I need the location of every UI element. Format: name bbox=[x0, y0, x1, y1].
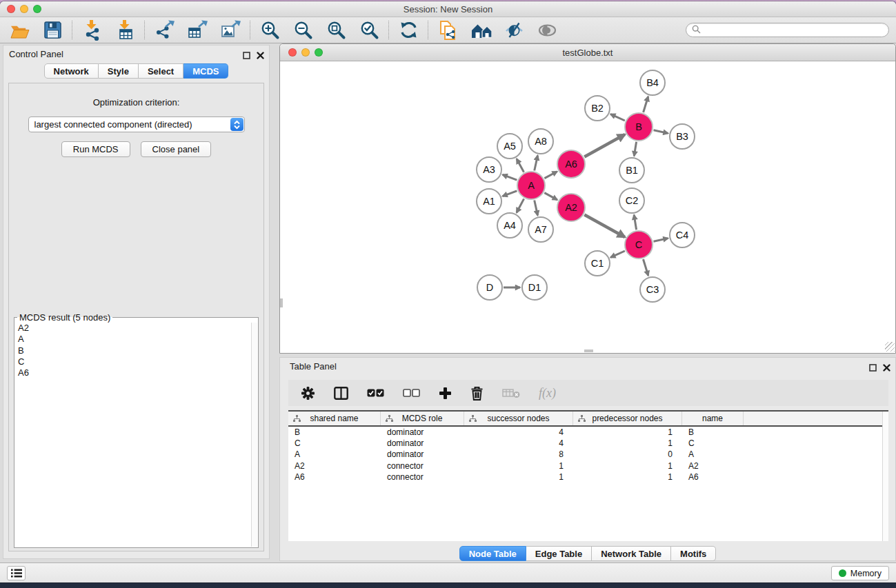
refresh-icon[interactable] bbox=[397, 19, 419, 41]
table-float-panel-icon[interactable] bbox=[869, 362, 877, 374]
cell-name[interactable]: C bbox=[682, 438, 744, 448]
column-header-name[interactable]: name bbox=[682, 412, 744, 425]
select-all-checks-icon[interactable] bbox=[367, 389, 384, 397]
float-panel-icon[interactable] bbox=[243, 50, 250, 62]
graph-node-A1[interactable]: A1 bbox=[477, 189, 501, 214]
export-network-icon[interactable] bbox=[153, 19, 175, 41]
edge-A2-C[interactable] bbox=[584, 215, 625, 237]
home-icon[interactable] bbox=[470, 19, 492, 41]
search-field[interactable] bbox=[686, 23, 889, 37]
column-header-MCDS-role[interactable]: MCDS role bbox=[381, 412, 464, 425]
tab-network-table[interactable]: Network Table bbox=[592, 546, 671, 561]
hide-panel-icon[interactable] bbox=[503, 19, 525, 41]
edge-C-C2[interactable] bbox=[634, 215, 636, 230]
mcds-result-item[interactable]: A bbox=[15, 334, 257, 345]
result-scrollbar[interactable] bbox=[251, 323, 257, 547]
cell-successor-nodes[interactable]: 4 bbox=[464, 438, 573, 448]
split-columns-icon[interactable] bbox=[334, 387, 348, 400]
zoom-out-icon[interactable] bbox=[292, 19, 314, 41]
graph-node-B3[interactable]: B3 bbox=[670, 124, 695, 149]
graph-node-C[interactable]: C bbox=[625, 231, 653, 258]
cell-shared-name[interactable]: A bbox=[288, 449, 381, 459]
import-table-icon[interactable] bbox=[114, 19, 136, 41]
graph-node-D1[interactable]: D1 bbox=[522, 275, 547, 300]
table-scrollbar[interactable] bbox=[882, 412, 888, 541]
graph-node-A7[interactable]: A7 bbox=[528, 217, 553, 242]
cell-successor-nodes[interactable]: 1 bbox=[464, 461, 573, 471]
graph-node-A6[interactable]: A6 bbox=[557, 150, 585, 178]
graph-node-A[interactable]: A bbox=[517, 172, 545, 199]
table-row[interactable]: Bdominator41B bbox=[288, 427, 888, 438]
cell-MCDS-role[interactable]: connector bbox=[381, 461, 464, 471]
mcds-result-item[interactable]: B bbox=[15, 345, 257, 356]
cell-MCDS-role[interactable]: connector bbox=[381, 472, 464, 482]
delete-column-icon[interactable] bbox=[470, 386, 484, 401]
edge-A-A7[interactable] bbox=[535, 201, 538, 216]
deselect-all-checks-icon[interactable] bbox=[403, 389, 420, 397]
zoom-fit-icon[interactable] bbox=[325, 19, 347, 41]
edge-A-A4[interactable] bbox=[517, 199, 524, 212]
tab-motifs[interactable]: Motifs bbox=[671, 546, 716, 561]
column-header-shared-name[interactable]: shared name bbox=[288, 412, 381, 425]
zoom-in-icon[interactable] bbox=[259, 19, 281, 41]
mcds-result-item[interactable]: A6 bbox=[15, 367, 257, 378]
cell-shared-name[interactable]: A2 bbox=[288, 461, 381, 471]
network-window-titlebar[interactable]: testGlobe.txt bbox=[280, 44, 895, 61]
graph-node-A3[interactable]: A3 bbox=[477, 157, 501, 182]
graph-node-B4[interactable]: B4 bbox=[640, 70, 665, 95]
edge-A-A1[interactable] bbox=[503, 191, 517, 196]
cell-successor-nodes[interactable]: 8 bbox=[464, 449, 573, 459]
graph-node-C2[interactable]: C2 bbox=[619, 188, 644, 213]
save-session-icon[interactable] bbox=[41, 19, 63, 41]
cell-MCDS-role[interactable]: dominator bbox=[381, 449, 464, 459]
export-table-icon[interactable] bbox=[186, 19, 208, 41]
column-header-predecessor-nodes[interactable]: predecessor nodes bbox=[573, 412, 682, 425]
criterion-select[interactable]: largest connected component (directed) bbox=[28, 116, 245, 132]
mcds-result-list[interactable]: A2ABCA6 bbox=[15, 323, 257, 547]
edge-A-A8[interactable] bbox=[535, 156, 538, 171]
memory-button[interactable]: Memory bbox=[831, 566, 889, 580]
cell-successor-nodes[interactable]: 4 bbox=[464, 427, 573, 437]
cell-shared-name[interactable]: B bbox=[288, 427, 381, 437]
cell-predecessor-nodes[interactable]: 0 bbox=[573, 449, 682, 459]
column-header-successor-nodes[interactable]: successor nodes bbox=[464, 412, 573, 425]
show-panel-icon[interactable] bbox=[536, 19, 558, 41]
graph-node-D[interactable]: D bbox=[477, 275, 502, 300]
graph-node-C3[interactable]: C3 bbox=[640, 277, 665, 302]
zoom-selected-icon[interactable] bbox=[358, 19, 380, 41]
graph-node-A4[interactable]: A4 bbox=[497, 213, 522, 238]
edge-B-B3[interactable] bbox=[654, 130, 668, 134]
graph-node-A2[interactable]: A2 bbox=[557, 194, 585, 221]
import-network-icon[interactable] bbox=[81, 19, 103, 41]
table-row[interactable]: A2connector11A2 bbox=[288, 460, 888, 472]
resize-grip[interactable] bbox=[885, 342, 895, 352]
tab-edge-table[interactable]: Edge Table bbox=[526, 546, 592, 561]
cell-name[interactable]: A2 bbox=[682, 461, 744, 471]
graph-node-C4[interactable]: C4 bbox=[670, 223, 695, 247]
cell-successor-nodes[interactable]: 1 bbox=[464, 472, 573, 482]
graph-node-B[interactable]: B bbox=[625, 113, 653, 141]
vertical-scroll-indicator[interactable] bbox=[280, 298, 283, 307]
cell-predecessor-nodes[interactable]: 1 bbox=[573, 438, 682, 448]
task-history-button[interactable] bbox=[7, 566, 26, 580]
close-panel-button[interactable]: Close panel bbox=[141, 141, 212, 157]
cell-name[interactable]: A bbox=[682, 449, 744, 459]
cell-predecessor-nodes[interactable]: 1 bbox=[573, 461, 682, 471]
table-settings-gear-icon[interactable] bbox=[301, 386, 315, 401]
table-close-panel-icon[interactable] bbox=[883, 362, 890, 374]
graph-node-B2[interactable]: B2 bbox=[585, 96, 610, 121]
cell-MCDS-role[interactable]: dominator bbox=[381, 427, 464, 437]
graph-node-C1[interactable]: C1 bbox=[585, 251, 610, 276]
graph-node-A5[interactable]: A5 bbox=[497, 134, 522, 159]
edge-B-B4[interactable] bbox=[644, 97, 648, 112]
edge-C-C4[interactable] bbox=[654, 239, 668, 242]
mcds-result-item[interactable]: C bbox=[15, 356, 257, 367]
duplicate-network-icon[interactable] bbox=[437, 19, 459, 41]
graph-node-B1[interactable]: B1 bbox=[619, 158, 644, 183]
cell-predecessor-nodes[interactable]: 1 bbox=[573, 472, 682, 482]
cell-predecessor-nodes[interactable]: 1 bbox=[573, 427, 682, 437]
tab-network[interactable]: Network bbox=[44, 63, 99, 79]
tab-mcds[interactable]: MCDS bbox=[183, 63, 228, 79]
edge-A-A2[interactable] bbox=[544, 193, 557, 200]
tab-node-table[interactable]: Node Table bbox=[459, 546, 526, 561]
